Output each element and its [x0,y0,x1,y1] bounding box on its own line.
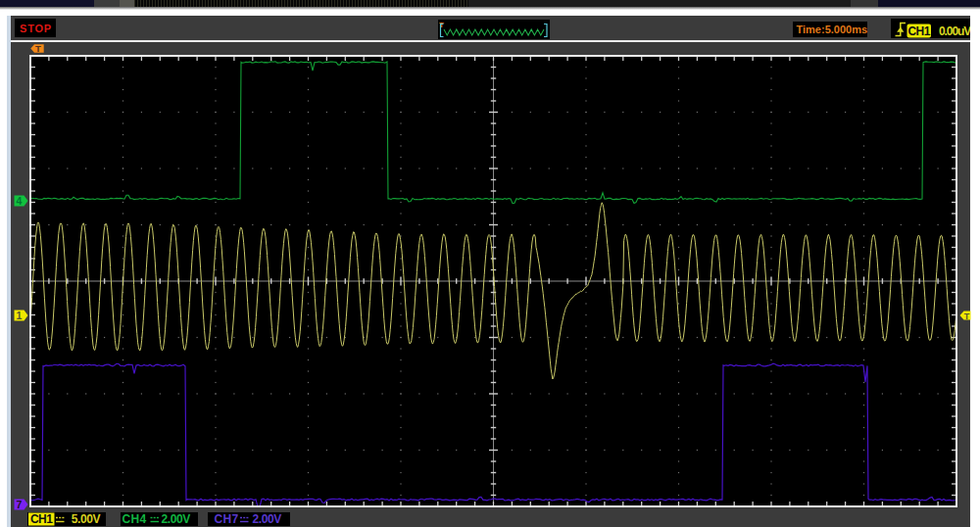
svg-text:1: 1 [17,310,23,321]
svg-text:CH7: CH7 [214,512,238,526]
svg-text:2.00V: 2.00V [162,512,191,526]
svg-text:CH1: CH1 [907,24,930,37]
svg-text:T: T [439,21,444,29]
svg-text:5.00V: 5.00V [71,512,100,526]
svg-text:CH4: CH4 [122,512,147,526]
svg-text:CH1: CH1 [29,512,52,526]
svg-text:0.00uV: 0.00uV [939,24,970,37]
svg-text:T: T [964,311,970,321]
svg-text:2.00V: 2.00V [252,512,281,526]
svg-text:T: T [35,44,41,53]
svg-text:4: 4 [17,195,23,207]
